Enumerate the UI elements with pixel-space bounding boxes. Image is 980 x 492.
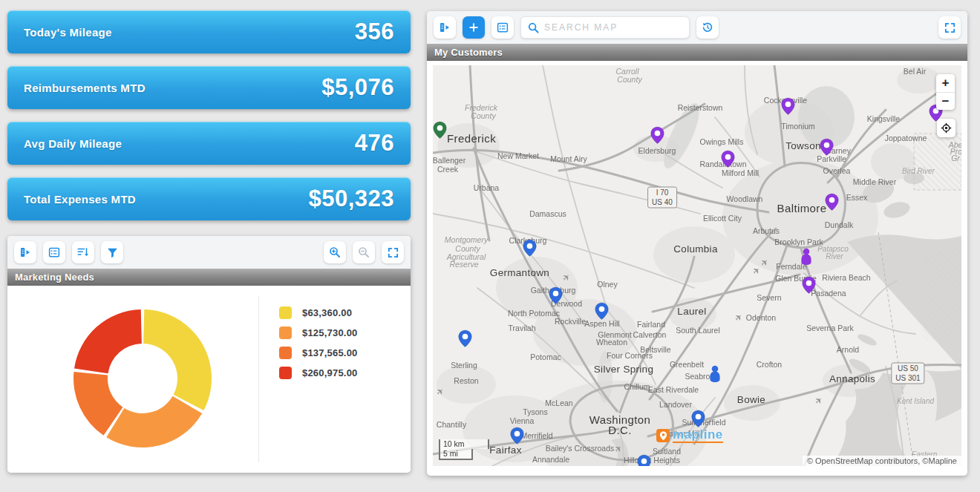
map-label: Crofton: [757, 360, 782, 369]
collapse-panel-button[interactable]: [14, 241, 36, 263]
legend-divider: [258, 296, 259, 462]
map-search: [520, 16, 690, 39]
map-pin-blue[interactable]: [549, 286, 563, 308]
list-view-button[interactable]: [43, 241, 65, 263]
map-pin-blue-cluster[interactable]: [708, 365, 722, 386]
map-label: East Riverdale: [648, 385, 699, 394]
map-label: Bel Air: [904, 67, 926, 76]
map-label: New Market: [497, 151, 539, 160]
map-pin-purple-cluster[interactable]: [799, 248, 814, 269]
chart-fullscreen-button[interactable]: [382, 241, 404, 263]
map-label: McLean: [545, 398, 572, 407]
map-label: Tysons: [523, 407, 547, 416]
map-pin-purple[interactable]: [721, 150, 735, 171]
map-label: Calverton: [633, 330, 667, 339]
scale-mi: 5 mi: [439, 449, 473, 460]
map-scale: 10 km 5 mi: [439, 439, 489, 460]
legend-swatch: [279, 327, 292, 339]
filter-icon: [106, 246, 119, 259]
map-pin-purple[interactable]: [825, 193, 839, 214]
map-label: Chantilly: [437, 420, 466, 429]
map-label: Hillcrest Heights: [624, 456, 680, 465]
kpi-list: Today's Mileage356Reimbursements MTD$5,0…: [7, 10, 411, 220]
map-label: Mount Airy: [550, 154, 587, 163]
mapline-logo[interactable]: mapline: [656, 428, 723, 443]
map-pin-purple[interactable]: [802, 276, 816, 298]
chart-zoom-out-button[interactable]: [353, 241, 375, 263]
add-button[interactable]: [463, 16, 485, 39]
map-label: Creek: [437, 165, 458, 174]
map-label: Owings Mills: [700, 137, 744, 146]
history-button[interactable]: [696, 16, 719, 39]
map-pin-blue[interactable]: [458, 329, 472, 351]
map-label: Gr: [951, 154, 960, 163]
mapline-logo-text: mapline: [673, 428, 723, 443]
map-label: Ballenger: [433, 156, 466, 165]
map-pin-purple[interactable]: [820, 138, 834, 160]
map-label: Essex: [846, 193, 868, 202]
legend-item[interactable]: $260,975.00: [279, 367, 358, 379]
search-map-input[interactable]: [544, 22, 683, 33]
map-toolbar: [427, 11, 967, 44]
map-label: Arnold: [837, 345, 859, 354]
donut-slice[interactable]: [143, 309, 212, 410]
donut-slice[interactable]: [106, 396, 202, 447]
map-zoom-in-button[interactable]: +: [936, 74, 955, 92]
map-label: Wheaton: [596, 338, 627, 347]
map-label: River: [826, 252, 843, 260]
map-pin-purple[interactable]: [650, 126, 664, 148]
my-customers-widget: My Customers: [427, 11, 967, 476]
map-pin-green[interactable]: [433, 121, 447, 142]
legend-swatch: [279, 367, 292, 379]
marketing-header: Marketing Needs: [7, 269, 411, 286]
map-label: Dundalk: [825, 220, 854, 229]
map-canvas[interactable]: CarrollCountyFrederickCountyFrederickBal…: [433, 65, 961, 466]
donut-slice[interactable]: [74, 309, 142, 373]
map-label: North Potomac: [508, 309, 560, 318]
map-pin-purple[interactable]: [781, 97, 795, 119]
kpi-label: Today's Mileage: [24, 26, 112, 39]
left-column: Today's Mileage356Reimbursements MTD$5,0…: [7, 10, 411, 473]
map-label: Pasadena: [811, 289, 846, 298]
fullscreen-icon: [944, 22, 956, 34]
legend-label: $260,975.00: [302, 367, 358, 378]
map-label: Bowie: [737, 394, 765, 405]
donut-chart[interactable]: [7, 286, 260, 473]
map-pin-blue[interactable]: [523, 239, 537, 260]
map-label: Towson: [785, 140, 821, 151]
map-label: Riviera Beach: [822, 273, 870, 282]
map-label: Vienna: [510, 416, 535, 425]
map-label: Damascus: [529, 209, 566, 218]
legend-item[interactable]: $137,565.00: [279, 347, 358, 359]
map-label: Reston: [454, 376, 478, 385]
kpi-label: Avg Daily Mileage: [24, 137, 122, 150]
map-label: Kingsville: [867, 114, 900, 123]
mapline-logo-icon: [656, 429, 670, 442]
kpi-label: Total Expenses MTD: [24, 193, 136, 206]
collapse-panel-button[interactable]: [434, 16, 456, 39]
plus-icon: [468, 22, 480, 33]
map-label: Landover: [659, 400, 692, 409]
kpi-card: Avg Daily Mileage476: [7, 122, 411, 165]
legend-item[interactable]: $63,360.00: [279, 306, 358, 319]
filter-button[interactable]: [101, 241, 123, 263]
map-fullscreen-button[interactable]: [938, 16, 961, 39]
map-pin-blue[interactable]: [510, 427, 524, 448]
map-zoom-out-button[interactable]: −: [936, 92, 955, 110]
sort-button[interactable]: [72, 241, 94, 263]
map-pin-blue[interactable]: [637, 454, 651, 466]
map-label: Annapolis: [829, 373, 875, 384]
kpi-card: Total Expenses MTD$50,323: [7, 177, 411, 220]
scale-km: 10 km: [439, 439, 489, 449]
list-view-button[interactable]: [491, 16, 514, 39]
zoom-out-icon: [357, 246, 370, 259]
legend-item[interactable]: $125,730.00: [279, 327, 358, 339]
chart-zoom-in-button[interactable]: [324, 241, 346, 263]
map-label: Bailey's Crossroads: [546, 444, 614, 453]
map-pin-blue[interactable]: [595, 302, 609, 324]
map-label: Urbana: [474, 183, 499, 192]
map-label: Overlea: [823, 166, 851, 175]
map-label: Olney: [597, 280, 617, 289]
map-label: Kent Island: [897, 397, 934, 405]
locate-button[interactable]: [937, 119, 956, 137]
